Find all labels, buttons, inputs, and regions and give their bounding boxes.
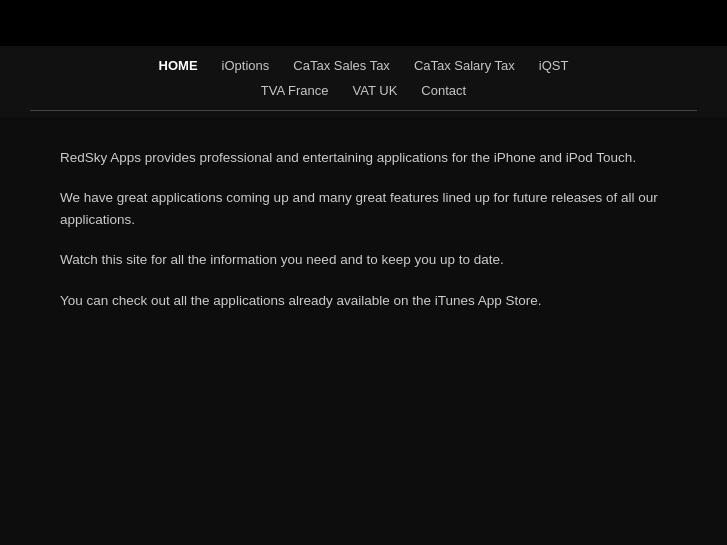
nav-link-iqst[interactable]: iQST [539,56,569,77]
header [0,0,727,46]
nav-link-home[interactable]: HOME [159,56,198,77]
nav-link-vat-uk[interactable]: VAT UK [353,81,398,102]
content-paragraph-3: Watch this site for all the information … [60,249,667,271]
nav-link-contact[interactable]: Contact [421,81,466,102]
content-paragraph-4: You can check out all the applications a… [60,290,667,312]
nav-row-1: HOMEiOptionsCaTax Sales TaxCaTax Salary … [0,56,727,77]
nav-link-catax-sales[interactable]: CaTax Sales Tax [293,56,390,77]
app-wrapper: HOMEiOptionsCaTax Sales TaxCaTax Salary … [0,0,727,545]
nav-bar: HOMEiOptionsCaTax Sales TaxCaTax Salary … [0,46,727,117]
nav-row-2: TVA FranceVAT UKContact [0,81,727,102]
nav-link-catax-salary[interactable]: CaTax Salary Tax [414,56,515,77]
content-paragraph-1: RedSky Apps provides professional and en… [60,147,667,169]
nav-divider [30,110,697,111]
content-paragraph-2: We have great applications coming up and… [60,187,667,232]
nav-link-tva-france[interactable]: TVA France [261,81,329,102]
site-title [0,18,727,36]
nav-link-ioptions[interactable]: iOptions [222,56,270,77]
main-content: RedSky Apps provides professional and en… [0,117,727,342]
